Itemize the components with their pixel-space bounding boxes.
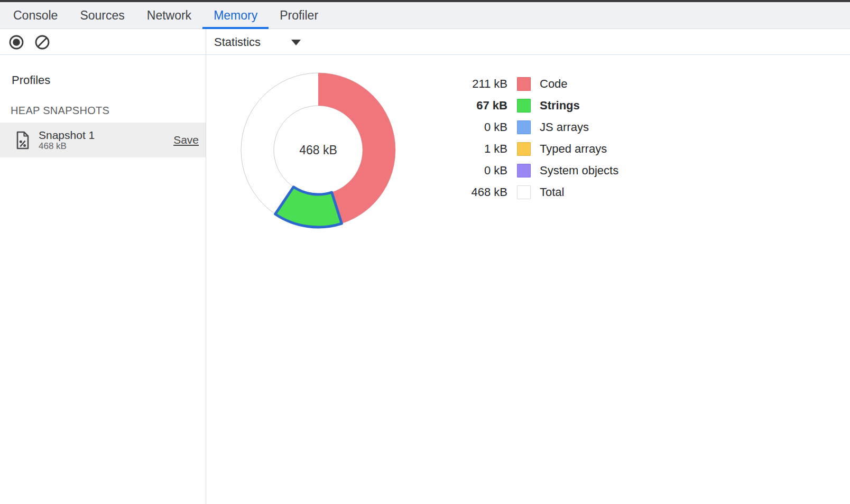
panel-content: Profiles HEAP SNAPSHOTS Snapshot 1 468 k… [0, 55, 850, 504]
snapshot-list: Snapshot 1 468 kB Save [0, 123, 206, 157]
legend-value: 211 kB [428, 77, 507, 91]
snapshot-list-item[interactable]: Snapshot 1 468 kB Save [0, 123, 206, 157]
legend-row-typed-arrays[interactable]: 1 kB Typed arrays [428, 138, 618, 160]
profiles-heading: Profiles [12, 73, 206, 87]
legend-row-js-arrays[interactable]: 0 kB JS arrays [428, 116, 618, 138]
chevron-down-icon [291, 39, 301, 46]
legend-swatch [517, 99, 531, 113]
snapshot-title: Snapshot 1 [39, 129, 95, 141]
tab-sources[interactable]: Sources [69, 2, 135, 29]
legend-swatch [517, 120, 531, 134]
legend-row-system-objects[interactable]: 0 kB System objects [428, 160, 618, 181]
legend-label: System objects [540, 164, 618, 178]
legend-value: 468 kB [428, 185, 507, 199]
legend-row-code[interactable]: 211 kB Code [428, 73, 618, 95]
panel-toolbar: Statistics [0, 29, 850, 55]
legend-swatch [517, 142, 531, 156]
clear-profiles-button[interactable] [34, 34, 50, 50]
devtools-tabbar: ConsoleSourcesNetworkMemoryProfiler [0, 2, 850, 29]
record-icon [8, 34, 24, 50]
legend-label: Typed arrays [540, 142, 607, 156]
save-snapshot-link[interactable]: Save [173, 134, 199, 146]
perspective-select-value: Statistics [214, 35, 261, 49]
legend-value: 1 kB [428, 142, 507, 156]
tab-network[interactable]: Network [136, 2, 202, 29]
perspective-select[interactable]: Statistics [214, 35, 301, 49]
chart-legend: 211 kB Code 67 kB Strings 0 kB JS arrays… [428, 73, 618, 203]
legend-value: 67 kB [428, 99, 507, 113]
statistics-view: 468 kB 211 kB Code 67 kB Strings 0 kB JS… [206, 55, 850, 504]
legend-label: JS arrays [540, 120, 589, 134]
tab-profiler[interactable]: Profiler [269, 2, 329, 29]
view-toolbar: Statistics [206, 29, 850, 55]
legend-swatch [517, 164, 531, 178]
heap-usage-donut-chart: 468 kB [236, 68, 400, 232]
heap-snapshots-section-heading: HEAP SNAPSHOTS [11, 105, 206, 117]
legend-value: 0 kB [428, 164, 507, 178]
record-heap-snapshot-button[interactable] [8, 34, 24, 50]
heap-snapshot-icon [16, 131, 30, 150]
tab-memory[interactable]: Memory [202, 2, 269, 29]
clear-icon [34, 34, 50, 50]
legend-value: 0 kB [428, 120, 507, 134]
profiles-toolbar [0, 29, 206, 55]
legend-row-total[interactable]: 468 kB Total [428, 181, 618, 203]
legend-swatch [517, 185, 531, 199]
tab-console[interactable]: Console [2, 2, 69, 29]
profiles-sidebar: Profiles HEAP SNAPSHOTS Snapshot 1 468 k… [0, 55, 206, 504]
legend-label: Strings [540, 99, 580, 113]
snapshot-size: 468 kB [39, 142, 95, 151]
legend-swatch [517, 77, 531, 91]
legend-label: Code [540, 77, 568, 91]
legend-label: Total [540, 185, 564, 199]
legend-row-strings[interactable]: 67 kB Strings [428, 95, 618, 116]
